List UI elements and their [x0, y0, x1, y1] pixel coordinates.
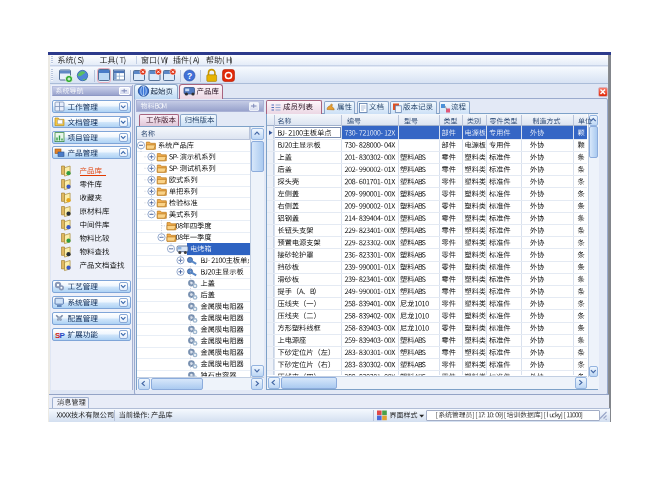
svg-text:P: P — [60, 331, 66, 340]
svg-text:?: ? — [187, 71, 192, 81]
